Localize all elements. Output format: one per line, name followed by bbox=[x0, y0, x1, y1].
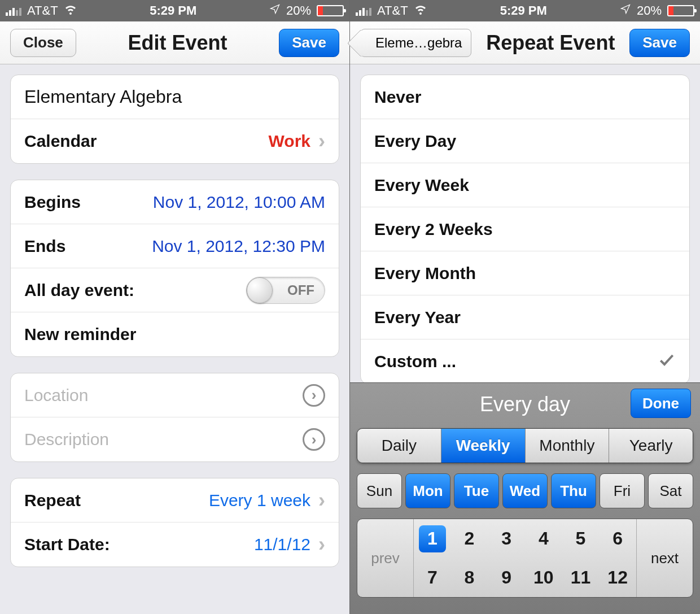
interval-8[interactable]: 8 bbox=[456, 564, 483, 591]
battery-icon bbox=[667, 5, 694, 16]
allday-label: All day event: bbox=[24, 281, 134, 300]
begins-value: Nov 1, 2012, 10:00 AM bbox=[153, 193, 325, 212]
day-thu[interactable]: Thu bbox=[551, 473, 596, 508]
interval-11[interactable]: 11 bbox=[567, 564, 594, 591]
location-placeholder: Location bbox=[24, 386, 88, 405]
repeat-option-label: Every Week bbox=[374, 176, 469, 195]
interval-9[interactable]: 9 bbox=[493, 564, 520, 591]
freq-weekly[interactable]: Weekly bbox=[441, 429, 526, 463]
edit-event-screen: AT&T 5:29 PM 20% Close Edit Event Save E… bbox=[0, 0, 350, 614]
repeat-options-list: NeverEvery DayEvery WeekEvery 2 WeeksEve… bbox=[360, 75, 690, 384]
day-mon[interactable]: Mon bbox=[405, 473, 450, 508]
description-placeholder: Description bbox=[24, 430, 109, 449]
start-date-label: Start Date: bbox=[24, 535, 110, 554]
nav-bar: Eleme…gebra Repeat Event Save bbox=[350, 21, 700, 64]
status-bar: AT&T 5:29 PM 20% bbox=[0, 0, 349, 21]
day-sun[interactable]: Sun bbox=[357, 473, 402, 508]
new-reminder-label: New reminder bbox=[24, 325, 136, 344]
repeat-option-label: Every Year bbox=[374, 308, 461, 327]
allday-toggle[interactable]: OFF bbox=[246, 277, 325, 304]
start-date-row[interactable]: Start Date: 11/1/12 › bbox=[11, 522, 339, 567]
battery-icon bbox=[317, 5, 344, 16]
back-button[interactable]: Eleme…gebra bbox=[360, 29, 471, 57]
nav-bar: Close Edit Event Save bbox=[0, 21, 349, 64]
begins-label: Begins bbox=[24, 193, 81, 212]
interval-7[interactable]: 7 bbox=[419, 564, 446, 591]
repeat-option[interactable]: Every Month bbox=[361, 251, 689, 295]
day-tue[interactable]: Tue bbox=[454, 473, 499, 508]
ends-row[interactable]: Ends Nov 1, 2012, 12:30 PM bbox=[11, 224, 339, 268]
content: Elementary Algebra Calendar Work › Begin… bbox=[0, 64, 349, 614]
day-fri[interactable]: Fri bbox=[600, 473, 645, 508]
repeat-option-label: Custom ... bbox=[374, 352, 456, 371]
repeat-event-screen: AT&T 5:29 PM 20% Eleme…gebra Repeat Even… bbox=[350, 0, 700, 614]
freq-daily[interactable]: Daily bbox=[357, 429, 441, 463]
repeat-option[interactable]: Every Week bbox=[361, 163, 689, 207]
chevron-right-icon: › bbox=[318, 129, 325, 153]
number-panel: prev 123456789101112 next bbox=[357, 519, 693, 598]
freq-monthly[interactable]: Monthly bbox=[526, 429, 610, 463]
wifi-icon bbox=[414, 2, 427, 19]
interval-4[interactable]: 4 bbox=[530, 525, 557, 552]
page-title: Repeat Event bbox=[486, 31, 615, 55]
signal-icon bbox=[6, 6, 21, 16]
repeat-option-label: Every 2 Weeks bbox=[374, 220, 493, 239]
carrier-label: AT&T bbox=[27, 3, 58, 18]
interval-12[interactable]: 12 bbox=[604, 564, 631, 591]
interval-2[interactable]: 2 bbox=[456, 525, 483, 552]
repeat-value: Every 1 week bbox=[209, 491, 310, 510]
repeat-option[interactable]: Every 2 Weeks bbox=[361, 207, 689, 251]
clock-label: 5:29 PM bbox=[500, 3, 547, 18]
begins-row[interactable]: Begins Nov 1, 2012, 10:00 AM bbox=[11, 180, 339, 224]
start-date-value: 11/1/12 bbox=[254, 535, 310, 554]
repeat-option[interactable]: Never bbox=[361, 75, 689, 119]
done-button[interactable]: Done bbox=[631, 389, 691, 418]
calendar-label: Calendar bbox=[24, 132, 97, 151]
custom-repeat-picker: Every day Done DailyWeeklyMonthlyYearly … bbox=[350, 382, 700, 614]
repeat-option[interactable]: Custom ... bbox=[361, 339, 689, 384]
repeat-option-label: Every Month bbox=[374, 264, 476, 283]
interval-10[interactable]: 10 bbox=[530, 564, 557, 591]
chevron-right-icon: › bbox=[318, 489, 325, 512]
event-title-field[interactable]: Elementary Algebra bbox=[11, 75, 339, 119]
day-wed[interactable]: Wed bbox=[502, 473, 548, 508]
calendar-value: Work bbox=[269, 132, 310, 151]
repeat-option[interactable]: Every Year bbox=[361, 295, 689, 339]
chevron-right-icon: › bbox=[303, 384, 325, 407]
ends-label: Ends bbox=[24, 237, 65, 256]
save-button[interactable]: Save bbox=[629, 29, 690, 57]
repeat-option-label: Never bbox=[374, 88, 421, 107]
location-icon bbox=[620, 3, 631, 18]
next-button[interactable]: next bbox=[636, 519, 693, 597]
battery-percent: 20% bbox=[286, 3, 311, 18]
location-icon bbox=[269, 3, 281, 18]
new-reminder-row[interactable]: New reminder bbox=[11, 312, 339, 356]
wifi-icon bbox=[64, 2, 77, 19]
location-row[interactable]: Location › bbox=[11, 373, 339, 417]
repeat-row[interactable]: Repeat Every 1 week › bbox=[11, 478, 339, 522]
close-button[interactable]: Close bbox=[10, 29, 76, 57]
back-label: Eleme…gebra bbox=[375, 35, 462, 51]
prev-button[interactable]: prev bbox=[357, 519, 414, 597]
ends-value: Nov 1, 2012, 12:30 PM bbox=[152, 237, 325, 256]
repeat-option[interactable]: Every Day bbox=[361, 119, 689, 163]
description-row[interactable]: Description › bbox=[11, 417, 339, 461]
interval-3[interactable]: 3 bbox=[493, 525, 520, 552]
interval-5[interactable]: 5 bbox=[567, 525, 594, 552]
toggle-text: OFF bbox=[287, 282, 314, 298]
calendar-row[interactable]: Calendar Work › bbox=[11, 119, 339, 163]
signal-icon bbox=[356, 6, 371, 16]
interval-6[interactable]: 6 bbox=[604, 525, 631, 552]
picker-title: Every day bbox=[480, 393, 570, 416]
repeat-option-label: Every Day bbox=[374, 132, 456, 151]
save-button[interactable]: Save bbox=[279, 29, 339, 57]
number-grid: 123456789101112 bbox=[414, 519, 636, 597]
interval-1[interactable]: 1 bbox=[419, 525, 446, 552]
status-bar: AT&T 5:29 PM 20% bbox=[350, 0, 700, 21]
page-title: Edit Event bbox=[128, 31, 228, 55]
freq-yearly[interactable]: Yearly bbox=[609, 429, 693, 463]
check-icon bbox=[658, 351, 676, 373]
repeat-label: Repeat bbox=[24, 491, 81, 510]
day-sat[interactable]: Sat bbox=[648, 473, 693, 508]
battery-percent: 20% bbox=[637, 3, 662, 18]
